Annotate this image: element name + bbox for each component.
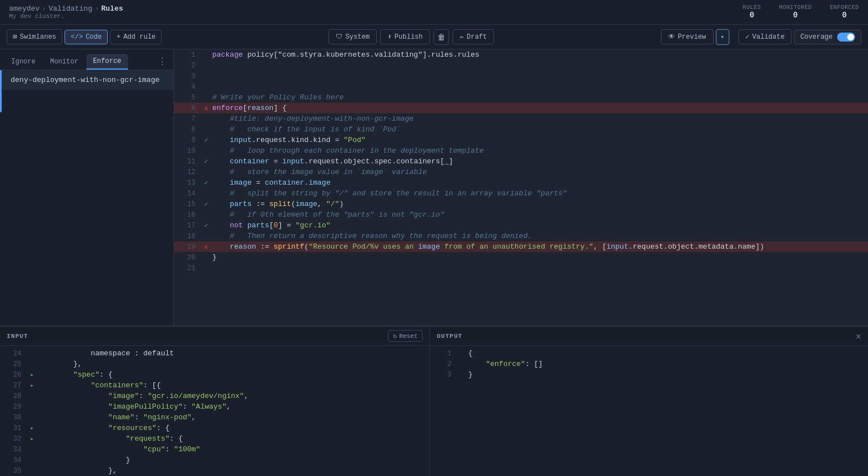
stat-rules-label: RULES bbox=[743, 4, 761, 11]
output-panel: OUTPUT ✕ 1{2 "enforce": []3} bbox=[430, 327, 868, 476]
output-line: 3} bbox=[430, 369, 868, 380]
line-code: # Write your Policy Rules here bbox=[212, 92, 864, 103]
input-code-text: }, bbox=[38, 359, 425, 369]
input-code-text: }, bbox=[38, 465, 425, 476]
preview-icon: 👁 bbox=[668, 33, 675, 41]
publish-label: Publish bbox=[395, 33, 423, 41]
line-number: 25 bbox=[4, 360, 21, 368]
dropdown-arrow-button[interactable]: ▾ bbox=[716, 29, 729, 45]
validate-label: Validate bbox=[752, 33, 785, 41]
input-line: 28 "image": "gcr.io/ameydev/nginx", bbox=[0, 391, 430, 401]
trash-button[interactable]: 🗑 bbox=[433, 29, 449, 45]
line-indicator: ▸ bbox=[28, 371, 36, 378]
input-code-text: } bbox=[38, 455, 425, 465]
breadcrumb: ameydev › Validating › Rules bbox=[9, 4, 123, 13]
line-code: enforce[reason] { bbox=[212, 103, 864, 113]
line-code: # split the string by "/" and store the … bbox=[212, 188, 864, 199]
line-indicator: x bbox=[202, 244, 210, 250]
line-code: reason := sprintf("Resource Pod/%v uses … bbox=[212, 241, 864, 252]
subtitle: My dev cluster. bbox=[9, 13, 123, 20]
add-rule-icon: + bbox=[116, 33, 120, 41]
code-editor[interactable]: 1package policy["com.styra.kubernetes.va… bbox=[174, 49, 868, 326]
swimlanes-label: Swimlanes bbox=[20, 33, 56, 41]
code-line-4: 4 bbox=[174, 81, 868, 92]
code-line-1: 1package policy["com.styra.kubernetes.va… bbox=[174, 49, 868, 60]
editor-area: 1package policy["com.styra.kubernetes.va… bbox=[174, 49, 868, 326]
code-line-12: 12 # store the image value in `image` va… bbox=[174, 167, 868, 177]
line-number: 1 bbox=[179, 51, 195, 59]
add-rule-button[interactable]: + Add rule bbox=[110, 30, 162, 44]
line-number: 3 bbox=[179, 72, 195, 80]
breadcrumb-validating[interactable]: Validating bbox=[48, 4, 92, 13]
line-indicator: ✓ bbox=[202, 158, 210, 165]
toolbar-right: 👁 Preview ▾ ✓ Validate Coverage bbox=[661, 29, 861, 45]
sidebar-rule-item[interactable]: deny-deployment-with-non-gcr-image bbox=[0, 70, 173, 90]
tab-ignore[interactable]: Ignore bbox=[4, 54, 42, 70]
line-code: # loop through each container in the dep… bbox=[212, 145, 864, 156]
input-code-text: "imagePullPolicy": "Always", bbox=[38, 401, 425, 412]
header-stats: RULES 0 MONITORED 0 ENFORCED 0 bbox=[743, 4, 859, 20]
preview-button[interactable]: 👁 Preview bbox=[661, 29, 713, 44]
top-header: ameydev › Validating › Rules My dev clus… bbox=[0, 0, 868, 25]
output-close-button[interactable]: ✕ bbox=[856, 331, 861, 342]
output-panel-code[interactable]: 1{2 "enforce": []3} bbox=[430, 346, 868, 476]
line-number: 14 bbox=[179, 190, 195, 198]
tab-enforce[interactable]: Enforce bbox=[86, 54, 128, 70]
input-line: 24 namespace : default bbox=[0, 348, 430, 359]
sidebar-tabs: Ignore Monitor Enforce ⋮ bbox=[0, 49, 173, 70]
line-number: 10 bbox=[179, 147, 195, 155]
tab-monitor[interactable]: Monitor bbox=[43, 54, 85, 70]
coverage-toggle[interactable] bbox=[837, 33, 855, 42]
line-number: 31 bbox=[4, 424, 21, 432]
validate-button[interactable]: ✓ Validate bbox=[738, 29, 792, 44]
preview-label: Preview bbox=[678, 33, 706, 41]
line-number: 6 bbox=[179, 104, 195, 112]
input-code-text: "resources": { bbox=[38, 423, 425, 433]
output-code-text: "enforce": [] bbox=[468, 359, 864, 369]
line-code: package policy["com.styra.kubernetes.val… bbox=[212, 49, 864, 60]
system-button[interactable]: 🛡 System bbox=[328, 29, 377, 44]
swimlanes-button[interactable]: ⊞ Swimlanes bbox=[7, 29, 62, 44]
input-line: 27▸ "containers": [{ bbox=[0, 380, 430, 391]
input-line: 31▸ "resources": { bbox=[0, 423, 430, 433]
input-code-text: "spec": { bbox=[38, 369, 425, 380]
draft-icon: ✏ bbox=[460, 33, 464, 41]
input-code-text: "containers": [{ bbox=[38, 380, 425, 391]
validate-icon: ✓ bbox=[746, 33, 750, 41]
input-line: 29 "imagePullPolicy": "Always", bbox=[0, 401, 430, 412]
line-number: 2 bbox=[435, 360, 451, 368]
reset-label: Reset bbox=[399, 333, 418, 340]
line-indicator: x bbox=[202, 105, 210, 112]
input-code-text: "cpu": "100m" bbox=[38, 444, 425, 455]
bottom-panel: INPUT ↻ Reset 24 namespace : default25 }… bbox=[0, 326, 868, 476]
system-icon: 🛡 bbox=[336, 33, 342, 41]
code-icon: </> bbox=[71, 33, 83, 41]
draft-button[interactable]: ✏ Draft bbox=[453, 29, 494, 44]
line-indicator: ✓ bbox=[202, 179, 210, 186]
line-indicator: ✓ bbox=[202, 200, 210, 208]
input-line: 34 } bbox=[0, 455, 430, 465]
sidebar-content bbox=[0, 90, 173, 326]
line-number: 16 bbox=[179, 211, 195, 219]
line-indicator: ▸ bbox=[28, 382, 36, 389]
stat-enforced-label: ENFORCED bbox=[830, 4, 859, 11]
line-number: 32 bbox=[4, 435, 21, 443]
line-indicator: ✓ bbox=[202, 136, 210, 144]
line-number: 30 bbox=[4, 414, 21, 422]
line-code: image = container.image bbox=[212, 177, 864, 188]
reset-button[interactable]: ↻ Reset bbox=[388, 330, 423, 342]
stat-enforced-value: 0 bbox=[830, 11, 859, 20]
breadcrumb-ameydev[interactable]: ameydev bbox=[9, 4, 40, 13]
line-code: input.request.kind.kind = "Pod" bbox=[212, 135, 864, 145]
add-rule-label: Add rule bbox=[124, 33, 156, 41]
code-line-11: 11✓ container = input.request.object.spe… bbox=[174, 156, 868, 167]
line-code: } bbox=[212, 252, 864, 263]
sidebar-menu-icon[interactable]: ⋮ bbox=[156, 54, 169, 70]
line-code: # store the image value in `image` varia… bbox=[212, 167, 864, 177]
publish-button[interactable]: ⬆ Publish bbox=[380, 29, 430, 44]
line-number: 13 bbox=[179, 179, 195, 187]
line-number: 15 bbox=[179, 200, 195, 208]
input-panel-code[interactable]: 24 namespace : default25 },26▸ "spec": {… bbox=[0, 346, 430, 476]
line-code: parts := split(image, "/") bbox=[212, 199, 864, 209]
code-button[interactable]: </> Code bbox=[65, 30, 108, 44]
